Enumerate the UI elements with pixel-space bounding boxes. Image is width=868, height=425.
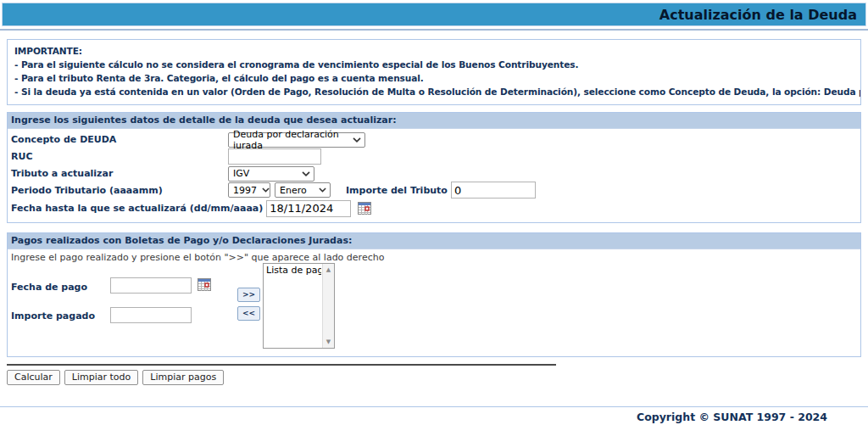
importe-tributo-input[interactable] <box>451 182 536 199</box>
payments-section: Pagos realizados con Boletas de Pago y/o… <box>7 232 861 357</box>
listbox-scrollbar[interactable]: ▲ ▼ <box>322 264 334 348</box>
periodo-label: Periodo Tributario (aaaamm) <box>11 185 228 196</box>
notice-title: IMPORTANTE: <box>14 44 854 58</box>
important-notice-box: IMPORTANTE: - Para el siguiente cálculo … <box>7 39 861 105</box>
chevron-down-icon <box>319 187 326 193</box>
calcular-button[interactable]: Calcular <box>7 370 60 385</box>
chevron-down-icon <box>302 171 310 176</box>
periodo-month-select[interactable]: Enero <box>275 182 331 198</box>
importe-tributo-label: Importe del Tributo <box>346 185 448 196</box>
page-header-bar: Actualización de la Deuda <box>2 3 866 26</box>
copyright-text: Copyright © SUNAT 1997 - 2024 <box>0 411 868 423</box>
notice-line: - Para el siguiente cálculo no se consid… <box>14 58 854 71</box>
scroll-up-icon[interactable]: ▲ <box>323 266 334 273</box>
remove-payment-button[interactable]: << <box>237 306 260 321</box>
page-title: Actualización de la Deuda <box>659 7 857 23</box>
notice-line: - Si la deuda ya está contenida en un va… <box>14 85 854 98</box>
payments-instruction: Ingrese el pago realizado y presione el … <box>11 252 384 263</box>
fecha-actualizacion-input[interactable] <box>266 200 351 217</box>
tributo-label: Tributo a actualizar <box>11 168 228 179</box>
periodo-year-select[interactable]: 1997 <box>228 182 270 198</box>
fecha-actualizacion-label: Fecha hasta la que se actualizará (dd/mm… <box>11 203 266 214</box>
payments-section-header: Pagos realizados con Boletas de Pago y/o… <box>8 233 860 249</box>
fecha-pago-label: Fecha de pago <box>11 282 87 293</box>
list-item[interactable]: Lista de pagos <box>264 264 321 277</box>
calendar-icon[interactable] <box>198 278 211 291</box>
scroll-down-icon[interactable]: ▼ <box>323 338 334 345</box>
footer-divider <box>0 406 868 407</box>
concepto-deuda-label: Concepto de DEUDA <box>11 134 228 145</box>
concepto-deuda-select[interactable]: Deuda por declaración jurada <box>228 132 365 148</box>
limpiar-todo-button[interactable]: Limpiar todo <box>64 370 138 385</box>
header-divider <box>0 29 868 31</box>
notice-line: - Para el tributo Renta de 3ra. Categori… <box>14 71 854 85</box>
debt-section-header: Ingrese los siguientes datos de detalle … <box>8 113 860 129</box>
concepto-deuda-selected: Deuda por declaración jurada <box>233 129 348 151</box>
payments-listbox[interactable]: Lista de pagos ▲ ▼ <box>263 263 335 349</box>
calendar-icon[interactable] <box>358 202 371 215</box>
importe-pagado-input[interactable] <box>110 307 192 323</box>
chevron-down-icon <box>262 187 270 193</box>
tributo-selected: IGV <box>233 168 249 179</box>
periodo-year-selected: 1997 <box>233 185 257 196</box>
fecha-pago-input[interactable] <box>110 277 192 294</box>
importe-pagado-label: Importe pagado <box>11 310 95 322</box>
limpiar-pagos-button[interactable]: Limpiar pagos <box>142 370 224 385</box>
debt-details-section: Ingrese los siguientes datos de detalle … <box>7 112 861 223</box>
chevron-down-icon <box>353 137 361 143</box>
ruc-label: RUC <box>11 151 228 162</box>
separator-line <box>7 364 556 366</box>
periodo-month-selected: Enero <box>280 185 307 196</box>
ruc-input[interactable] <box>228 148 321 165</box>
add-payment-button[interactable]: >> <box>237 288 260 302</box>
tributo-select[interactable]: IGV <box>228 166 314 182</box>
